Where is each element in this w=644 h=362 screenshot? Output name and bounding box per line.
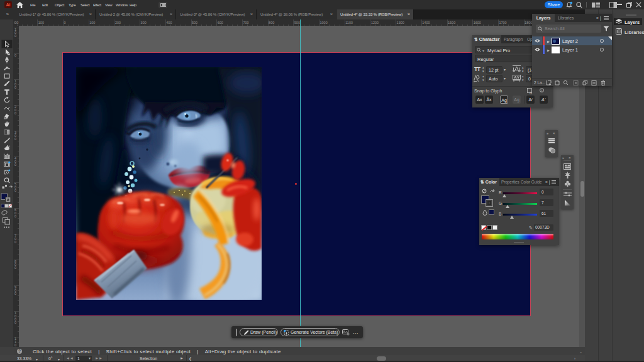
svg-text:g: g xyxy=(530,90,532,95)
